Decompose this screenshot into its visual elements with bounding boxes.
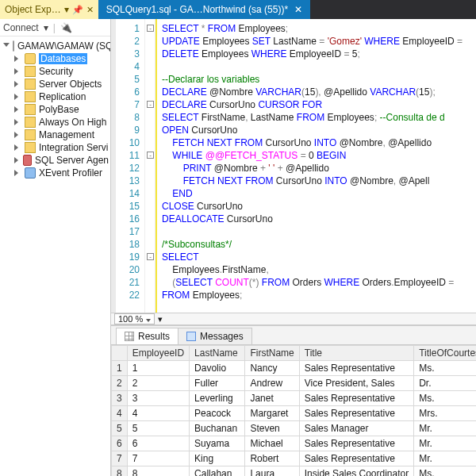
cell[interactable]: 1 [127, 361, 189, 376]
cell[interactable]: Dr. [414, 376, 476, 391]
close-icon[interactable]: ✕ [294, 4, 302, 15]
cell[interactable]: Suyama [190, 436, 245, 451]
cell[interactable]: Robert [245, 451, 299, 466]
results-tab[interactable]: Results [116, 328, 178, 344]
cell[interactable]: Peacock [190, 406, 245, 421]
cell[interactable]: Mr. [414, 451, 476, 466]
tree-item-label: Management [39, 129, 94, 140]
cell[interactable]: Andrew [245, 376, 299, 391]
cell[interactable]: Fuller [190, 376, 245, 391]
tree-item[interactable]: PolyBase [2, 103, 109, 116]
cell[interactable]: Mr. [414, 436, 476, 451]
fold-gutter[interactable]: ---- [144, 19, 155, 313]
cell[interactable]: 8 [127, 466, 189, 477]
column-header[interactable]: Title [299, 346, 413, 361]
results-grid[interactable]: EmployeeIDLastNameFirstNameTitleTitleOfC… [111, 345, 476, 476]
tree-item[interactable]: SQL Server Agen [2, 154, 109, 167]
cell[interactable]: Davolio [190, 361, 245, 376]
messages-tab[interactable]: Messages [178, 328, 252, 344]
expand-caret-icon[interactable] [14, 56, 21, 63]
cell[interactable]: Vice President, Sales [299, 376, 413, 391]
tree-item[interactable]: Always On High [2, 116, 109, 129]
tree-item[interactable]: Security [2, 65, 109, 78]
cell[interactable]: Sales Representative [299, 361, 413, 376]
cell[interactable]: Leverling [190, 391, 245, 406]
connect-plug-icon[interactable]: 🔌 [60, 22, 72, 33]
expand-caret-icon[interactable] [14, 68, 21, 75]
cell[interactable]: Sales Representative [299, 406, 413, 421]
expand-caret-icon[interactable] [14, 94, 21, 101]
table-row[interactable]: 22FullerAndrewVice President, SalesDr.19 [112, 376, 477, 391]
zoom-dropdown[interactable]: 100 % [114, 313, 155, 324]
fold-toggle[interactable]: - [147, 152, 154, 159]
table-row[interactable]: 77KingRobertSales RepresentativeMr.19 [112, 451, 477, 466]
tree-item[interactable]: Server Objects [2, 78, 109, 90]
cell[interactable]: Nancy [245, 361, 299, 376]
chevron-down-icon[interactable]: ▾ [158, 314, 163, 324]
row-number: 5 [112, 421, 128, 436]
column-header[interactable]: EmployeeID [127, 346, 189, 361]
table-row[interactable]: 55BuchananStevenSales ManagerMr.19 [112, 421, 477, 436]
cell[interactable]: 5 [127, 421, 189, 436]
object-explorer-panel-tab[interactable]: Object Exp… ▾ 📌 ✕ [0, 0, 98, 19]
sql-editor[interactable]: 12345678910111213141516171819202122 ----… [111, 19, 476, 313]
cell[interactable]: Janet [245, 391, 299, 406]
tree-item[interactable]: Databases [2, 52, 109, 65]
cell[interactable]: 6 [127, 436, 189, 451]
table-row[interactable]: 88CallahanLauraInside Sales CoordinatorM… [112, 466, 477, 477]
sql-file-tab[interactable]: SQLQuery1.sql - GA…Northwind (sa (55))* … [98, 0, 310, 19]
table-row[interactable]: 44PeacockMargaretSales RepresentativeMrs… [112, 406, 477, 421]
column-header[interactable]: LastName [190, 346, 245, 361]
cell[interactable]: 4 [127, 406, 189, 421]
cell[interactable]: Laura [245, 466, 299, 477]
tree-item[interactable]: Management [2, 129, 109, 141]
table-row[interactable]: 66SuyamaMichaelSales RepresentativeMr.19 [112, 436, 477, 451]
server-tree[interactable]: GAMAW\GAMAW (SQLDatabasesSecurityServer … [0, 36, 110, 182]
cell[interactable]: Buchanan [190, 421, 245, 436]
column-header[interactable]: TitleOfCourtesy [414, 346, 476, 361]
close-icon[interactable]: ✕ [86, 5, 94, 15]
expand-caret-icon[interactable] [14, 170, 21, 177]
sql-file-tab-label: SQLQuery1.sql - GA…Northwind (sa (55))* [106, 4, 288, 15]
chevron-down-icon[interactable]: ▾ [64, 4, 69, 15]
expand-caret-icon[interactable] [14, 81, 21, 88]
connect-button[interactable]: Connect [3, 22, 39, 33]
cell[interactable]: Michael [245, 436, 299, 451]
cell[interactable]: Sales Representative [299, 391, 413, 406]
cell[interactable]: Ms. [414, 466, 476, 477]
expand-caret-icon[interactable] [3, 43, 10, 50]
cell[interactable]: 7 [127, 451, 189, 466]
expand-caret-icon[interactable] [14, 119, 21, 126]
expand-caret-icon[interactable] [14, 132, 21, 139]
fold-toggle[interactable]: - [147, 25, 154, 32]
code-area[interactable]: SELECT * FROM Employees;UPDATE Employees… [155, 19, 476, 313]
tree-item[interactable]: XEvent Profiler [2, 167, 109, 179]
cell[interactable]: Sales Manager [299, 421, 413, 436]
cell[interactable]: 2 [127, 376, 189, 391]
pin-icon[interactable]: 📌 [72, 5, 83, 15]
cell[interactable]: 3 [127, 391, 189, 406]
cell[interactable]: Mrs. [414, 406, 476, 421]
expand-caret-icon[interactable] [14, 157, 20, 164]
cell[interactable]: King [190, 451, 245, 466]
cell[interactable]: Callahan [190, 466, 245, 477]
expand-caret-icon[interactable] [14, 144, 21, 152]
cell[interactable]: Inside Sales Coordinator [299, 466, 413, 477]
table-row[interactable]: 33LeverlingJanetSales RepresentativeMs.1… [112, 391, 477, 406]
cell[interactable]: Sales Representative [299, 436, 413, 451]
fold-toggle[interactable]: - [147, 101, 154, 108]
cell[interactable]: Ms. [414, 361, 476, 376]
column-header[interactable]: FirstName [245, 346, 299, 361]
fold-toggle[interactable]: - [147, 253, 154, 260]
table-row[interactable]: 11DavolioNancySales RepresentativeMs.19 [112, 361, 477, 376]
cell[interactable]: Ms. [414, 391, 476, 406]
cell[interactable]: Sales Representative [299, 451, 413, 466]
chevron-down-icon[interactable]: ▾ [44, 22, 48, 33]
cell[interactable]: Margaret [245, 406, 299, 421]
tree-item[interactable]: GAMAW\GAMAW (SQL [2, 40, 109, 52]
expand-caret-icon[interactable] [14, 106, 21, 113]
tree-item[interactable]: Replication [2, 90, 109, 103]
tree-item[interactable]: Integration Servi [2, 141, 109, 154]
cell[interactable]: Steven [245, 421, 299, 436]
cell[interactable]: Mr. [414, 421, 476, 436]
